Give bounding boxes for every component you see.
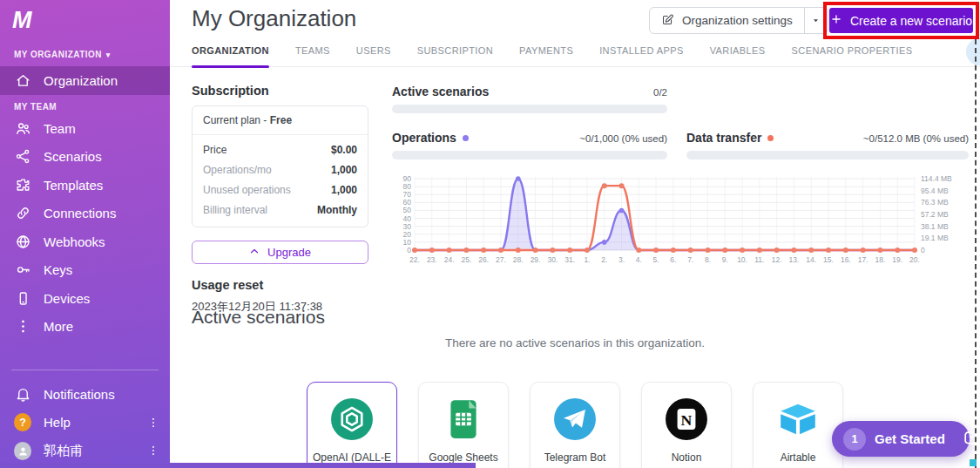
tab-installed-apps[interactable]: INSTALLED APPS (599, 45, 684, 66)
tab-teams[interactable]: TEAMS (295, 45, 330, 66)
data-transfer-dot (767, 135, 774, 141)
sidebar-item-keys[interactable]: Keys (0, 256, 170, 285)
svg-text:8.: 8. (705, 255, 711, 264)
sidebar-item-organization[interactable]: Organization (0, 66, 170, 95)
svg-text:7.: 7. (687, 255, 693, 264)
svg-text:6.: 6. (670, 255, 676, 264)
chevron-down-icon: ▾ (106, 51, 111, 59)
svg-text:3.: 3. (618, 255, 625, 264)
sidebar-item-label: Templates (44, 178, 103, 193)
get-started-button[interactable]: 1 Get Started ? (832, 421, 970, 457)
app-card-telegram-bot[interactable]: Telegram Bot (530, 382, 620, 468)
devices-icon (14, 289, 31, 307)
sidebar-item-team[interactable]: Team (0, 114, 170, 143)
active-scenarios-section-heading: Active scenarios (192, 307, 325, 328)
sidebar-org-switcher[interactable]: MY ORGANIZATION ▾ (14, 50, 111, 59)
create-new-scenario-button[interactable]: Create a new scenario (829, 8, 973, 33)
svg-text:30: 30 (403, 222, 412, 231)
svg-text:57.2 MB: 57.2 MB (921, 210, 949, 219)
bell-icon (14, 385, 31, 403)
svg-text:90: 90 (403, 174, 412, 183)
kebab-menu-icon[interactable] (147, 417, 159, 429)
sidebar-item-label: Webhooks (44, 234, 105, 249)
sidebar-item-label: Organization (44, 73, 118, 88)
sidebar-item-help[interactable]: ?Help (0, 409, 170, 437)
sidebar-item-connections[interactable]: Connections (0, 200, 170, 228)
plan-row-value: 1,000 (331, 164, 357, 176)
webhooks-icon (14, 233, 31, 250)
svg-text:2.: 2. (601, 255, 607, 264)
app-card-openai[interactable]: OpenAI (DALL-E & ChatGPT) (307, 382, 397, 468)
svg-text:40: 40 (403, 214, 412, 223)
svg-text:76.3 MB: 76.3 MB (921, 198, 949, 207)
sidebar-footer-nav: Notifications?Help郭柏甫 (0, 380, 170, 465)
svg-text:50: 50 (403, 206, 412, 214)
kebab-menu-icon[interactable] (147, 444, 159, 457)
app-card-google-sheets[interactable]: Google Sheets (418, 382, 509, 468)
svg-text:12.: 12. (772, 255, 782, 264)
create-new-scenario-label: Create a new scenario (850, 14, 972, 28)
tab-variables[interactable]: VARIABLES (710, 45, 766, 66)
svg-text:1.: 1. (584, 255, 590, 264)
svg-text:10.: 10. (737, 255, 747, 264)
svg-text:31.: 31. (564, 255, 575, 264)
page-title: My Organization (192, 5, 356, 32)
svg-text:22.: 22. (409, 255, 420, 264)
edit-icon (661, 13, 674, 29)
upgrade-button[interactable]: Upgrade (192, 241, 368, 264)
tab-scenario-properties[interactable]: SCENARIO PROPERTIES (792, 45, 913, 66)
sidebar-item-label: More (44, 319, 73, 334)
sidebar-item-more[interactable]: More (0, 313, 170, 342)
sidebar-item-devices[interactable]: Devices (0, 284, 170, 313)
plan-row-value: $0.00 (331, 144, 357, 156)
operations-value: ~0/1,000 (0% used) (579, 133, 667, 144)
telegram-logo (553, 397, 597, 441)
svg-text:114.4 MB: 114.4 MB (921, 174, 952, 183)
sidebar-item-label: Scenarios (44, 149, 102, 164)
svg-text:20: 20 (403, 230, 412, 239)
sidebar-item-templates[interactable]: Templates (0, 171, 170, 200)
tab-subscription[interactable]: SUBSCRIPTION (417, 45, 493, 66)
corner-dot-artifact (970, 459, 977, 466)
plan-name: Free (270, 114, 292, 126)
connections-icon (14, 205, 31, 222)
svg-text:0: 0 (407, 246, 411, 254)
svg-text:10: 10 (403, 238, 412, 247)
question-bubble-icon[interactable]: ? (963, 429, 980, 450)
make-logo[interactable]: M (12, 7, 31, 34)
sidebar-item-notifications[interactable]: Notifications (0, 380, 170, 409)
scenarios-icon (14, 148, 31, 166)
plan-row-price: Price$0.00 (203, 139, 357, 159)
tab-users[interactable]: USERS (356, 45, 391, 66)
app-card-airtable[interactable]: Airtable (753, 382, 843, 468)
avatar-icon (14, 442, 31, 459)
svg-text:N: N (681, 411, 693, 429)
svg-text:26.: 26. (478, 255, 489, 264)
svg-text:24.: 24. (444, 255, 455, 264)
sidebar-item-scenarios[interactable]: Scenarios (0, 143, 170, 172)
sidebar-item-user-profile[interactable]: 郭柏甫 (0, 437, 170, 465)
plan-row-value: 1,000 (331, 184, 357, 196)
svg-text:25.: 25. (461, 255, 471, 264)
sidebar-item-label: Team (44, 121, 76, 136)
plan-row-label: Unused operations (203, 184, 291, 196)
caret-down-icon (811, 13, 821, 29)
sidebar-item-label: Keys (44, 262, 72, 277)
tab-payments[interactable]: PAYMENTS (519, 45, 573, 66)
svg-text:13.: 13. (789, 255, 800, 264)
tab-organization[interactable]: ORGANIZATION (192, 45, 269, 66)
active-scenarios-progress-bar (392, 105, 667, 113)
chevron-up-icon (249, 246, 260, 259)
svg-text:4.: 4. (636, 255, 642, 264)
plan-row-label: Billing interval (203, 204, 267, 216)
subscription-heading: Subscription (192, 84, 368, 98)
data-transfer-progress-bar (686, 151, 969, 159)
app-card-notion[interactable]: NNotion (641, 382, 732, 468)
svg-text:80: 80 (403, 182, 412, 191)
svg-text:29.: 29. (531, 255, 541, 264)
organization-settings-button[interactable]: Organization settings (650, 8, 804, 33)
subscription-panel: Subscription Current plan - Free Price$0… (192, 84, 368, 315)
plan-detail-rows: Price$0.00Operations/mo1,000Unused opera… (193, 135, 368, 227)
keys-icon (14, 261, 31, 279)
sidebar-item-webhooks[interactable]: Webhooks (0, 227, 170, 256)
